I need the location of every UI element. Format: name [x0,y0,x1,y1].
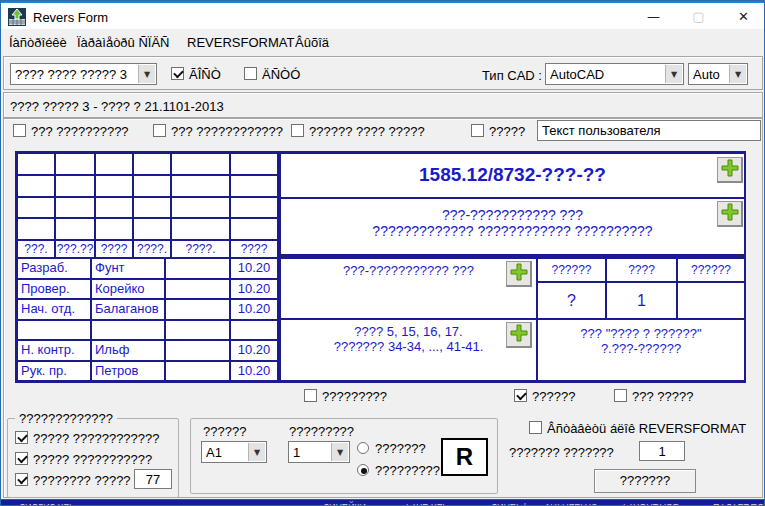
signature-table: Разраб.Фунт10.20 Провер.Корейко10.20 Нач… [18,259,277,380]
sheets-value-cell [678,283,744,318]
taskbar-item[interactable]: ЛИНЕЙКИ [323,502,366,506]
apply-button[interactable]: ??????? [594,469,696,493]
sig-role: Н. контр. [18,341,90,360]
template-combobox-value: ???? ???? ????? 3 [15,67,136,82]
sheet-value-cell: 1 [607,283,676,318]
rev-header: ???.?? [56,241,94,257]
sig-signature [166,362,229,381]
stamp-option1-checkbox-box[interactable] [304,389,317,402]
menu-spds-params[interactable]: Ïàðàìåòðû ÑÏÄÑ [73,34,174,51]
template-combobox[interactable]: ???? ???? ????? 3 ▼ [10,63,157,85]
orientation-radio1-label: ??????? [375,441,426,456]
rev-header: ???? [231,241,277,257]
toolbar-panel: ???? ???? ????? 3 ▼ ÃÎÑÒ ÄÑÒÓ Тип CAD : … [3,56,763,90]
object-name-line1: ???-??????????? ??? [281,207,744,223]
orientation-preview: R [441,438,488,476]
stage-header-cell: ?????? [538,259,605,281]
close-button[interactable]: ✕ [721,5,765,29]
copies-count-label: ??????? ??????? [509,445,614,460]
chevron-down-icon[interactable]: ▼ [248,443,265,461]
option3-checkbox-label: ?????? ???? ????? [309,124,425,139]
taskbar-item[interactable]: LAYOUT.VOR [623,502,679,506]
sig-role [18,321,90,340]
option1-checkbox-label: ??? ?????????? [31,124,129,139]
chevron-down-icon[interactable]: ▼ [665,65,682,83]
stamp-option3-label: ??? ????? [632,389,693,404]
cad-combobox[interactable]: AutoCAD ▼ [545,63,684,85]
insert-block-checkbox-box[interactable] [529,421,542,434]
sig-name: Фунт [92,259,164,278]
option2-checkbox-box[interactable] [153,124,166,137]
gost-checkbox-box[interactable] [171,67,184,80]
orientation-radio2-circle[interactable] [357,464,369,476]
minimize-button[interactable]: — [631,5,676,29]
chevron-down-icon[interactable]: ▼ [331,443,348,461]
sig-date: 10.20 [231,300,277,319]
object-name-line2: ????????????? ???????????? ?????????? [281,223,744,239]
chevron-down-icon[interactable]: ▼ [729,65,746,83]
stamp-option2-label: ?????? [532,389,575,404]
taskbar-sliver: ЛИЛЛИЗ XFL... ЛИНЕЙКИ LAYE XFL... ЛИНЕL … [1,499,765,506]
format-combobox[interactable]: A1 ▼ [201,441,267,463]
add-sheet-title-button[interactable] [506,261,532,287]
maximize-button[interactable]: ▢ [676,5,721,29]
app-icon [8,8,26,26]
stage-value-cell: ? [538,283,605,318]
mode-combobox[interactable]: Auto ▼ [688,63,748,85]
numbering-cb1-box[interactable] [15,431,28,444]
title-bar: Revers Form — ▢ ✕ [1,1,765,29]
taskbar-item[interactable]: ЛИНЕL / [491,502,526,506]
stamp-option2-checkbox-box[interactable] [514,389,527,402]
object-name-cell: ???-??????????? ??? ????????????? ??????… [281,199,744,254]
format-label: ?????? [203,424,246,439]
format-combobox-value: A1 [206,445,246,460]
doc-number-cell: 1585.12/8732-???-?? [281,154,744,197]
sig-role: Нач. отд. [18,300,90,319]
numbering-cb2-label: ????? ??????????? [33,452,152,467]
sheets-line1: ???? 5, 15, 16, 17. [281,324,536,339]
dstu-checkbox-box[interactable] [244,67,257,80]
option1-checkbox-box[interactable] [13,124,26,137]
menu-exit[interactable]: Âûõîä [291,34,333,51]
sig-date [231,321,277,340]
plus-icon [510,324,528,342]
insert-block-checkbox-label: Âñòàâèòü áëîê REVERSFORMAT [547,421,746,436]
sig-name: Балаганов [92,300,164,319]
rev-header: ????. [172,241,229,257]
standard-info-text: ???? ????? 3 - ???? ? 21.1101-2013 [10,99,224,114]
taskbar-item[interactable]: LAYE XFL... [406,502,455,506]
sig-role: Провер. [18,280,90,299]
option4-checkbox-box[interactable] [471,124,484,137]
stamp-option3-checkbox-box[interactable] [614,389,627,402]
copies-count-input[interactable]: 1 [639,441,685,461]
numbering-group-title: ????????????? [15,411,117,426]
option3-checkbox-box[interactable] [291,124,304,137]
menu-reversformat[interactable]: REVERSFORMAT [183,34,298,51]
sig-signature [166,259,229,278]
add-doc-number-button[interactable] [717,157,743,183]
taskbar-item[interactable]: ЛИЛЛИЗ XFL... [19,502,82,506]
orientation-radio2-label: ????????? [375,463,440,478]
numbering-cb2-box[interactable] [15,452,28,465]
chevron-down-icon[interactable]: ▼ [138,65,155,83]
add-object-name-button[interactable] [717,201,743,227]
sheets-header-cell: ?????? [678,259,744,281]
numbering-cb1-label: ????? ???????????? [33,431,160,446]
menu-settings[interactable]: Íàñòðîéêè [5,34,71,51]
sheet-header-cell: ???? [607,259,676,281]
sig-signature [166,300,229,319]
revision-grid [18,154,277,239]
taskbar-item[interactable]: ПАЛАЕТ.ПОМ [713,502,765,506]
sig-name: Петров [92,362,164,381]
sig-signature [166,321,229,340]
revers-form-window: Revers Form — ▢ ✕ Íàñòðîéêè Ïàðàìåòðû ÑÏ… [0,0,765,506]
numbering-cb3-box[interactable] [15,473,28,486]
orientation-radio1-circle[interactable] [357,442,369,454]
user-text-input[interactable]: Текст пользователя [537,120,761,141]
plus-icon [510,263,528,281]
taskbar-item[interactable]: NAV IZEIAIS... [546,502,605,506]
start-number-input[interactable]: 77 [134,469,172,489]
multiplier-combobox[interactable]: 1 ▼ [288,441,350,463]
sig-name [92,321,164,340]
add-sheets-list-button[interactable] [506,322,532,348]
